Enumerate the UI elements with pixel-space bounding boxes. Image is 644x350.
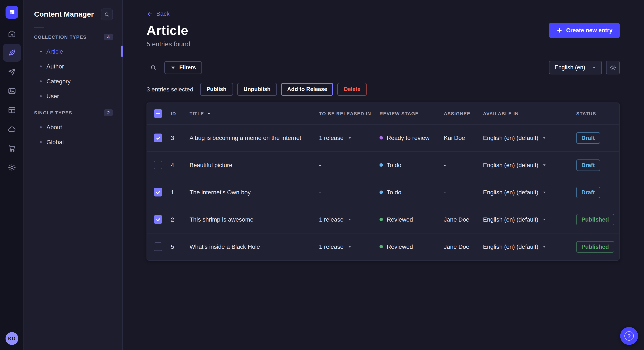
cell-review-stage: Reviewed [380, 216, 444, 223]
select-all-checkbox[interactable] [154, 109, 162, 118]
stage-dot [380, 136, 383, 140]
section-label: COLLECTION TYPES [34, 34, 87, 39]
cell-release: - [319, 189, 380, 196]
cell-release[interactable]: 1 release [319, 216, 380, 223]
main-content: Back Article Create new entry 5 entries … [123, 0, 644, 350]
selection-count-text: 3 entries selected [146, 86, 193, 93]
unpublish-button[interactable]: Unpublish [237, 83, 277, 95]
cell-review-stage: To do [380, 162, 444, 169]
column-header-available-in: AVAILABLE IN [483, 111, 576, 116]
cell-assignee: - [444, 162, 483, 169]
status-badge: Draft [576, 159, 600, 171]
sidebar-item-author[interactable]: Author [24, 59, 122, 74]
row-checkbox[interactable] [154, 215, 162, 224]
status-badge: Published [576, 214, 614, 225]
search-icon [104, 11, 110, 17]
cell-available-in[interactable]: English (en) (default) [483, 243, 576, 250]
table-row[interactable]: 3 A bug is becoming a meme on the intern… [147, 124, 619, 151]
nav-item-marketplace[interactable] [3, 140, 21, 157]
filter-icon [170, 65, 176, 70]
sidebar-item-article[interactable]: Article [24, 44, 122, 59]
column-header-assignee: ASSIGNEE [444, 111, 483, 116]
release-label: 1 release [319, 243, 344, 250]
table-row[interactable]: 2 This shrimp is awesome 1 release Revie… [147, 206, 619, 233]
search-button[interactable] [146, 61, 160, 74]
single-types-list: About Global [24, 120, 122, 149]
stage-label: To do [387, 162, 402, 169]
publish-button[interactable]: Publish [200, 83, 233, 95]
back-link[interactable]: Back [146, 10, 170, 17]
row-checkbox[interactable] [154, 242, 162, 251]
stage-dot [380, 163, 383, 167]
sidebar-item-about[interactable]: About [24, 120, 122, 134]
search-icon [150, 64, 157, 71]
chevron-down-icon [347, 136, 352, 140]
row-checkbox[interactable] [154, 188, 162, 196]
home-icon [8, 29, 16, 38]
cell-id: 1 [171, 189, 190, 196]
bullet-icon [40, 95, 42, 97]
list-toolbar: Filters English (en) [146, 61, 620, 74]
single-types-header: SINGLE TYPES 2 [24, 109, 122, 116]
question-mark-icon: ? [624, 331, 634, 341]
row-checkbox[interactable] [154, 134, 162, 142]
check-icon [155, 189, 161, 195]
cell-available-in[interactable]: English (en) (default) [483, 162, 576, 169]
cell-available-in[interactable]: English (en) (default) [483, 216, 576, 223]
sidebar-item-label: Category [46, 78, 71, 84]
strapi-logo[interactable] [0, 0, 24, 25]
cell-available-in[interactable]: English (en) (default) [483, 189, 576, 196]
help-button[interactable]: ? [620, 327, 638, 345]
column-header-review-stage: REVIEW STAGE [380, 111, 444, 116]
status-badge: Published [576, 241, 614, 252]
table-row[interactable]: 4 Beautiful picture - To do - English (e… [147, 151, 619, 178]
locale-select[interactable]: English (en) [549, 61, 602, 74]
filters-button[interactable]: Filters [164, 61, 202, 74]
section-label: SINGLE TYPES [34, 110, 72, 115]
nav-item-deploy[interactable] [3, 63, 21, 81]
main-nav: KD [0, 0, 24, 350]
subnav-search-button[interactable] [101, 8, 113, 20]
sidebar-item-category[interactable]: Category [24, 74, 122, 88]
table-row[interactable]: 5 What's inside a Black Hole 1 release R… [147, 233, 619, 260]
check-icon [155, 217, 161, 222]
column-header-id[interactable]: ID [171, 111, 190, 116]
back-label: Back [156, 10, 170, 17]
table-row[interactable]: 1 The internet's Own boy - To do - Engli… [147, 178, 619, 206]
cell-release[interactable]: 1 release [319, 134, 380, 141]
view-settings-button[interactable] [606, 61, 620, 74]
row-checkbox[interactable] [154, 161, 162, 169]
locale-label: English (en) (default) [483, 162, 538, 169]
sidebar-item-user[interactable]: User [24, 88, 122, 103]
bullet-icon [40, 50, 42, 52]
column-header-title[interactable]: TITLE [190, 111, 319, 116]
nav-item-home[interactable] [3, 25, 21, 42]
add-to-release-button[interactable]: Add to Release [281, 83, 333, 95]
chevron-down-icon [542, 163, 546, 167]
app-root: KD Content Manager COLLECTION TYPES 4 Ar… [0, 0, 644, 350]
cell-available-in[interactable]: English (en) (default) [483, 134, 576, 141]
cloud-icon [8, 125, 16, 134]
release-label: - [319, 189, 321, 196]
bullet-icon [40, 126, 42, 128]
sidebar-item-global[interactable]: Global [24, 134, 122, 149]
nav-item-media-library[interactable] [3, 82, 21, 100]
nav-item-content-manager[interactable] [3, 44, 21, 62]
column-header-release: TO BE RELEASED IN [319, 111, 380, 116]
sidebar-item-label: Author [46, 63, 64, 70]
gear-icon [8, 163, 16, 172]
create-new-entry-button[interactable]: Create new entry [549, 23, 620, 38]
table-header-row: ID TITLE TO BE RELEASED IN REVIEW STAGE … [147, 103, 619, 124]
stage-label: Reviewed [387, 243, 413, 250]
delete-button[interactable]: Delete [337, 83, 367, 95]
sidebar-item-label: About [46, 124, 62, 130]
nav-item-settings[interactable] [3, 159, 21, 176]
create-new-entry-label: Create new entry [566, 27, 612, 34]
status-badge: Draft [576, 132, 600, 144]
nav-item-cloud[interactable] [3, 120, 21, 138]
user-avatar[interactable]: KD [5, 332, 18, 345]
entries-table: ID TITLE TO BE RELEASED IN REVIEW STAGE … [146, 102, 620, 260]
nav-item-content-type-builder[interactable] [3, 101, 21, 119]
cell-release[interactable]: 1 release [319, 243, 380, 250]
stage-label: Ready to review [387, 134, 430, 141]
